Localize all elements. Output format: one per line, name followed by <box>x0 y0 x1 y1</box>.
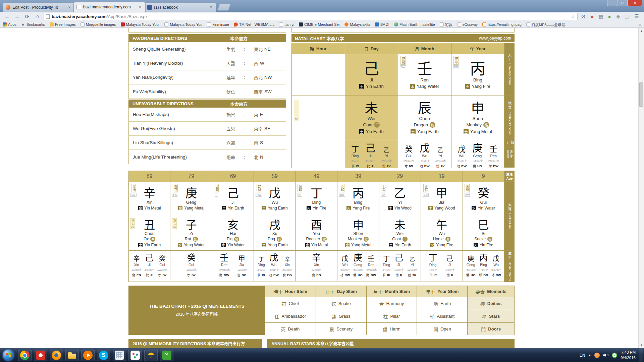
luck-age-39: 39 <box>337 171 379 182</box>
scrollbar[interactable]: ▲ ▼ <box>638 28 644 348</box>
bookmark-item[interactable]: Malaysia Today Your <box>121 22 160 26</box>
animal-icon: 蛇 <box>487 237 492 242</box>
chrome-icon[interactable] <box>18 350 32 361</box>
umbrella-app-icon[interactable]: ☂ <box>144 350 158 361</box>
qimen-header-2: 月干Month Stem <box>366 286 417 297</box>
scroll-down-icon[interactable]: ▼ <box>639 342 644 348</box>
bookmark-label: Malaysiakita <box>350 22 370 26</box>
bookmark-item[interactable]: Flash Earth ...satellite <box>394 22 435 26</box>
element-icon: 金 <box>305 243 310 247</box>
hidden-stem: 癸Gui-Water水才IW <box>186 253 197 277</box>
bookmark-star-icon[interactable]: ☆ <box>571 14 575 19</box>
language-indicator[interactable]: EN <box>580 353 585 358</box>
maximize-button[interactable]: ▢ <box>618 0 628 6</box>
scrollbar-thumb[interactable] <box>639 82 643 107</box>
taskbar-clock[interactable]: 7:43 PM 9/4/2016 <box>621 350 636 360</box>
hidden-stem: 丁Ding-Fire火卩IR <box>382 253 390 277</box>
firefox-icon[interactable] <box>50 350 63 361</box>
extension-icon-4[interactable]: ● <box>606 14 612 19</box>
skype-icon[interactable]: S <box>97 350 110 361</box>
qimen-cell-1-3: 輔Assistant <box>417 310 467 322</box>
bookmark-item[interactable]: TM Net - WEBMAIL L <box>234 22 274 26</box>
media-player-icon[interactable] <box>34 350 47 361</box>
bookmark-item[interactable]: BA ZI <box>375 22 389 26</box>
element-icon: 水 <box>178 243 182 247</box>
bookmark-item[interactable]: Free Images <box>50 22 76 26</box>
natal-header-month: 月Month <box>398 43 451 54</box>
bookmarks-overflow-icon[interactable]: » <box>639 22 641 27</box>
forward-icon[interactable]: → <box>13 13 21 19</box>
direction-row: Yan Nian(Longevity)延年:西北NW <box>129 70 286 84</box>
tab-close-icon[interactable]: × <box>209 5 213 10</box>
reload-icon[interactable]: ⟳ <box>23 13 31 20</box>
home-icon[interactable]: ⌂ <box>34 13 41 19</box>
sync-tray-icon[interactable]: ✓ <box>612 353 617 358</box>
hidden-stem: 己Ji-Earth土比F <box>394 253 404 277</box>
luck-59-hidden-cell: 丁Ding-Fire火卩IR戊Wu+Earth土劫RW辛Xin-Metal金食E… <box>254 251 295 281</box>
bookmark-item[interactable]: Apps <box>3 22 16 26</box>
bookmark-item[interactable]: Morguefile images <box>80 22 116 26</box>
bookmark-item[interactable]: Malaysia Today You <box>164 22 202 26</box>
element-icon: 水 <box>410 84 415 89</box>
paint-icon[interactable] <box>128 350 142 361</box>
natal-chart-grid: 時Hour日Day月Month年Year己Ji土Yin Earth正財DW壬Re… <box>291 43 504 168</box>
bookmark-label: eCosway <box>463 22 478 26</box>
tray-expand-icon[interactable]: ▲ <box>588 354 591 357</box>
qimen-cell-2-4: 門Doors <box>467 323 514 335</box>
calculator-icon[interactable] <box>113 350 126 361</box>
animal-icon: 羊 <box>374 122 380 128</box>
bookmark-item[interactable]: tian yi <box>279 22 294 26</box>
scroll-up-icon[interactable]: ▲ <box>639 28 644 34</box>
luck-age-89: 89 <box>129 171 170 182</box>
wordpress-favicon <box>6 5 10 10</box>
luck-age-19: 19 <box>421 171 462 182</box>
extension-icon-5[interactable]: ◆ <box>615 13 621 19</box>
start-button[interactable] <box>3 350 14 361</box>
extension-icon-6[interactable]: ▢ <box>624 13 630 19</box>
winamp-icon[interactable] <box>81 350 95 361</box>
bookmark-item[interactable]: https://emailimg.ipag <box>482 22 522 26</box>
bookmark-item[interactable]: eCosway <box>457 22 478 26</box>
qimen-title-panel: THE BAZI CHART - 2016 QI MEN ELEMENTS 20… <box>128 286 265 335</box>
antivirus-tray-icon[interactable] <box>594 353 600 358</box>
menu-icon[interactable]: ☰ <box>633 13 641 19</box>
animal-icon: 雞 <box>322 237 327 242</box>
bookmark-item[interactable]: ★Bookmarks <box>21 22 45 26</box>
bookmark-item[interactable]: xinminxue <box>207 22 229 26</box>
luck-49-branch-cell: 酉YouRooster雞金Yin Metal <box>296 216 337 250</box>
volume-icon[interactable] <box>603 353 608 358</box>
qimen-cell-2-1: 景Scenery <box>316 323 366 335</box>
wireless-app-icon[interactable] <box>160 350 173 361</box>
bookmark-item[interactable]: 宅孰 <box>440 22 452 27</box>
luck-69-branch-cell: 亥HaiPig豬水Yin Water <box>212 216 254 250</box>
new-tab-button[interactable] <box>217 3 231 11</box>
scrolled-table-edge <box>128 28 286 33</box>
explorer-icon[interactable] <box>65 350 79 361</box>
bookmark-label: BA ZI <box>380 22 389 26</box>
natal-header-day: 日Day <box>345 43 398 54</box>
minimize-button[interactable]: — <box>607 0 617 6</box>
back-icon[interactable]: ← <box>3 13 11 19</box>
element-icon: 水 <box>472 206 476 210</box>
orange-icon <box>344 22 348 26</box>
extension-icon-2[interactable]: ■ <box>589 14 595 19</box>
extension-icon-1[interactable]: ⊘ <box>580 13 586 19</box>
element-icon: 土 <box>359 129 364 134</box>
tab-close-icon[interactable]: × <box>138 5 143 9</box>
tab-close-icon[interactable]: × <box>67 5 72 10</box>
qimen-cell-2-3: 開Open <box>417 323 467 335</box>
luck-pillars: 89796959493929199食神EG辛Xin金Yin Metal傷官HO庚… <box>128 171 515 282</box>
bookmark-item[interactable]: 百度MP3——全球最... <box>526 22 568 27</box>
browser-tab[interactable]: bazi.masteryacademy.com× <box>73 2 146 12</box>
extension-icon-3[interactable]: ▦ <box>598 13 604 19</box>
bookmark-item[interactable]: Malaysiakita <box>344 22 370 26</box>
address-bar[interactable]: bazi.masteryacademy.com/App/Basic/Bazi.a… <box>44 13 578 20</box>
bookmark-item[interactable]: CIMB e-Merchant Ser <box>299 22 340 26</box>
close-button[interactable]: ✕ <box>628 0 642 6</box>
element-icon: 火 <box>474 243 478 247</box>
browser-tab[interactable]: (1) Facebook× <box>144 2 216 12</box>
hidden-stem: 壬Ren+Water水財DW <box>488 142 499 168</box>
show-desktop-button[interactable] <box>639 348 643 362</box>
browser-tab[interactable]: Edit Post ‹ Productivity To× <box>3 2 75 12</box>
luck-19-stem-cell: 正官DO甲Jia木Yang Wood <box>421 182 462 216</box>
